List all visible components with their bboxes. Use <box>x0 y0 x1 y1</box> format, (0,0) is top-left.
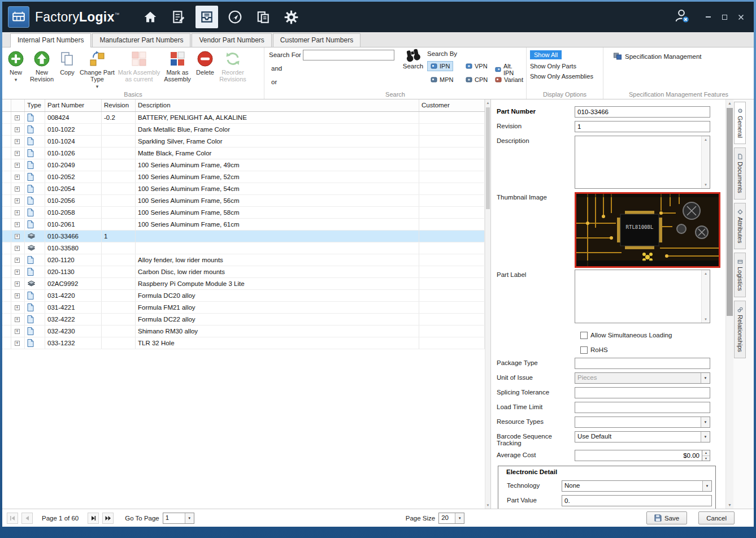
table-row[interactable]: 010-33466 1 <box>2 231 490 242</box>
expand-icon[interactable] <box>15 293 20 298</box>
dropdown-arrow-icon[interactable] <box>455 513 464 523</box>
table-row[interactable]: 031-4221 Formula FM21 alloy <box>2 302 490 314</box>
header-customer[interactable]: Customer <box>419 99 485 111</box>
tab-vendor-part-numbers[interactable]: Vendor Part Numbers <box>192 33 271 47</box>
allow-simultaneous-loading-checkbox[interactable] <box>580 332 588 339</box>
spinner-up-button[interactable] <box>702 450 710 456</box>
table-row[interactable]: 010-2056 100 Series Aluminum Frame, 56cm <box>2 195 490 207</box>
page-size-select[interactable]: 20 <box>438 513 464 524</box>
resource-types-select[interactable] <box>575 416 710 428</box>
new-button[interactable]: New <box>5 49 27 83</box>
expand-icon[interactable] <box>15 198 20 203</box>
searchby-cpn[interactable]: CPN <box>462 75 491 85</box>
dropdown-arrow-icon[interactable] <box>701 417 710 427</box>
expand-icon[interactable] <box>15 139 20 144</box>
mark-as-assembly-button[interactable]: Mark as Assembly <box>162 49 193 83</box>
expand-icon[interactable] <box>15 127 20 132</box>
spinner-down-button[interactable] <box>702 456 710 461</box>
expand-icon[interactable] <box>15 270 20 275</box>
table-row[interactable]: 032-4222 Formula DC22 alloy <box>2 314 490 326</box>
display-show-only-assemblies[interactable]: Show Only Assemblies <box>530 73 601 80</box>
search-input[interactable] <box>303 50 394 60</box>
revision-input[interactable] <box>575 121 710 132</box>
searchby-ipn[interactable]: IPN <box>427 61 453 71</box>
searchby-vpn[interactable]: VPN <box>462 61 491 71</box>
part-label-textarea[interactable] <box>575 270 710 323</box>
table-row[interactable]: 010-2054 100 Series Aluminum Frame, 54cm <box>2 183 490 195</box>
part-value-input[interactable] <box>562 495 712 506</box>
side-tab-documents[interactable]: Documents <box>734 147 746 199</box>
table-row[interactable]: 010-2058 100 Series Aluminum Frame, 58cm <box>2 207 490 219</box>
scrollbar-thumb[interactable] <box>727 108 733 316</box>
table-row[interactable]: 010-1024 Sparkling Silver, Frame Color <box>2 136 490 147</box>
barcode-sequence-tracking-select[interactable]: Use Default <box>575 431 710 442</box>
minimize-button[interactable] <box>705 14 712 21</box>
table-row[interactable]: 02AC9992 Raspberry Pi Compute Module 3 L… <box>2 278 490 290</box>
next-page-button[interactable] <box>88 513 99 524</box>
expand-icon[interactable] <box>15 151 20 156</box>
splicing-tolerance-input[interactable] <box>575 387 710 398</box>
load-time-limit-input[interactable] <box>575 402 710 413</box>
new-revision-button[interactable]: New Revision <box>27 49 57 83</box>
table-row[interactable]: 020-1120 Alloy fender, low rider mounts <box>2 254 490 266</box>
expand-icon[interactable] <box>15 222 20 227</box>
specification-management-button[interactable]: Specification Management <box>614 53 751 60</box>
reports-icon[interactable] <box>252 6 275 28</box>
search-button[interactable]: Search <box>399 48 427 70</box>
dropdown-arrow-icon[interactable] <box>185 513 194 523</box>
save-button[interactable]: Save <box>646 511 687 524</box>
expand-icon[interactable] <box>15 234 20 239</box>
side-tab-relationships[interactable]: Relationships <box>734 301 746 358</box>
table-row[interactable]: 033-1232 TLR 32 Hole <box>2 337 490 349</box>
expand-icon[interactable] <box>15 258 20 263</box>
searchby-mpn[interactable]: MPN <box>427 75 457 85</box>
cancel-button[interactable]: Cancel <box>698 511 735 524</box>
deploy-icon[interactable] <box>224 6 246 28</box>
table-row[interactable]: 008424 -0.2 BATTERY, PENLIGHT AA, ALKALI… <box>2 112 490 124</box>
description-textarea[interactable] <box>575 136 710 189</box>
table-row[interactable]: 010-2061 100 Series Aluminum Frame, 61cm <box>2 219 490 231</box>
table-vertical-scrollbar[interactable] <box>485 99 490 509</box>
expand-icon[interactable] <box>15 115 20 120</box>
textarea-scrollbar[interactable] <box>701 136 710 188</box>
detail-vertical-scrollbar[interactable] <box>725 99 733 509</box>
tab-customer-part-numbers[interactable]: Customer Part Numbers <box>273 33 360 47</box>
table-row[interactable]: 031-4220 Formula DC20 alloy <box>2 290 490 302</box>
expand-icon[interactable] <box>15 246 20 251</box>
display-show-only-parts[interactable]: Show Only Parts <box>530 63 601 70</box>
settings-gear-icon[interactable] <box>280 6 303 28</box>
home-icon[interactable] <box>139 6 162 28</box>
maximize-button[interactable] <box>721 14 728 21</box>
expand-icon[interactable] <box>15 281 20 287</box>
scrollbar-thumb[interactable] <box>486 107 490 209</box>
change-part-type-button[interactable]: Change Part Type <box>78 49 116 90</box>
user-icon[interactable] <box>673 7 690 27</box>
dropdown-arrow-icon[interactable] <box>701 432 710 442</box>
expand-icon[interactable] <box>15 341 20 346</box>
expand-icon[interactable] <box>15 163 20 168</box>
expand-icon[interactable] <box>15 186 20 192</box>
side-tab-attributes[interactable]: Attributes <box>734 203 746 249</box>
last-page-button[interactable] <box>102 513 114 524</box>
side-tab-logistics[interactable]: Logistics <box>734 253 746 297</box>
header-description[interactable]: Description <box>136 99 419 111</box>
part-number-input[interactable] <box>575 106 710 118</box>
dropdown-arrow-icon[interactable] <box>702 481 711 491</box>
expand-icon[interactable] <box>15 317 20 322</box>
copy-button[interactable]: Copy <box>57 49 78 76</box>
searchby-variant[interactable]: Variant <box>492 75 527 85</box>
tab-manufacturer-part-numbers[interactable]: Manufacturer Part Numbers <box>92 33 190 47</box>
expand-icon[interactable] <box>15 305 20 310</box>
average-cost-input[interactable] <box>575 450 702 461</box>
expand-icon[interactable] <box>15 329 20 334</box>
expand-icon[interactable] <box>15 210 20 215</box>
display-show-all[interactable]: Show All <box>530 50 562 59</box>
table-row[interactable]: 010-1026 Matte Black, Frame Color <box>2 147 490 159</box>
header-part-number[interactable]: Part Number <box>45 99 102 111</box>
table-row[interactable]: 032-4230 Shimano RM30 alloy <box>2 326 490 337</box>
part-numbers-icon[interactable] <box>195 6 218 28</box>
production-documents-icon[interactable] <box>167 6 190 28</box>
table-row[interactable]: 010-2052 100 Series Aluminum Frame, 52cm <box>2 171 490 183</box>
thumbnail-image[interactable]: RTL8100BL <box>575 192 720 268</box>
tab-internal-part-numbers[interactable]: Internal Part Numbers <box>10 33 91 47</box>
